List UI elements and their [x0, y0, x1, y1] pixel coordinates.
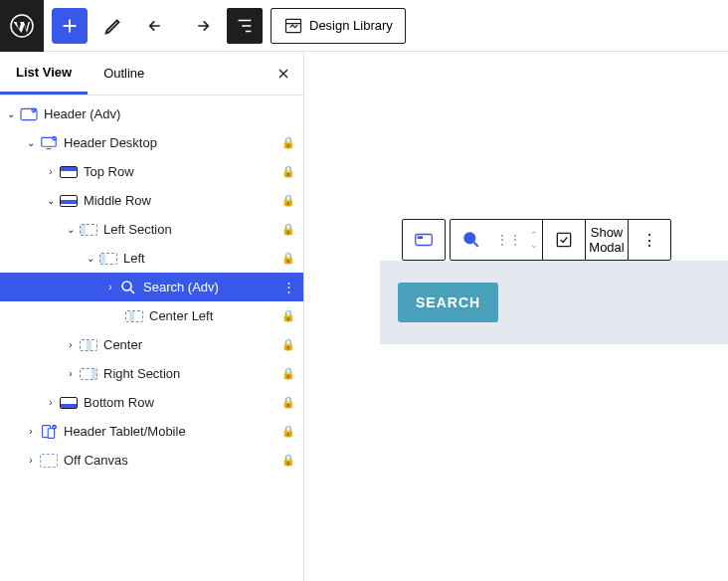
svg-rect-10 [416, 235, 433, 246]
tree-item-off-canvas[interactable]: Off Canvas 🔒 [0, 446, 303, 475]
row-middle-icon [58, 192, 80, 210]
header-preview-block: SEARCH [380, 261, 728, 344]
desktop-icon [38, 134, 60, 152]
svg-point-6 [122, 282, 131, 290]
section-left-icon [97, 250, 119, 268]
add-block-button[interactable] [52, 8, 88, 44]
tablet-mobile-icon [38, 423, 60, 441]
chevron-down-icon[interactable] [24, 137, 38, 148]
svg-point-12 [464, 233, 474, 243]
tree-item-label: Off Canvas [64, 453, 281, 468]
tree-item-header-tablet-mobile[interactable]: Header Tablet/Mobile 🔒 [0, 417, 303, 446]
search-block-icon-button[interactable] [451, 220, 492, 260]
chevron-down-icon[interactable] [44, 195, 58, 206]
chevron-right-icon[interactable] [24, 426, 38, 437]
block-toolbar: ⋮⋮ ⌃ ⌄ Show Modal ⋮ [450, 219, 671, 261]
tree-item-search[interactable]: Search (Adv) ⋮ [0, 273, 303, 301]
search-button[interactable]: SEARCH [398, 283, 498, 322]
tab-list-view[interactable]: List View [0, 52, 88, 95]
tab-outline[interactable]: Outline [88, 52, 160, 95]
svg-rect-13 [557, 233, 570, 246]
undo-button[interactable] [139, 8, 175, 44]
tree-item-label: Right Section [103, 366, 281, 381]
chevron-down-icon[interactable] [4, 108, 18, 119]
tree-item-right-section[interactable]: Right Section 🔒 [0, 359, 303, 388]
tree-item-top-row[interactable]: Top Row 🔒 [0, 157, 303, 186]
sidebar: List View Outline Header (Adv) Header De… [0, 52, 304, 581]
list-view-toggle-button[interactable] [227, 8, 263, 44]
chevron-right-icon[interactable] [44, 166, 58, 177]
tree-item-label: Bottom Row [84, 395, 281, 410]
lock-icon: 🔒 [281, 367, 295, 380]
tree-item-middle-row[interactable]: Middle Row 🔒 [0, 186, 303, 215]
lock-icon: 🔒 [281, 136, 295, 149]
lock-icon: 🔒 [281, 396, 295, 409]
header-block-icon [18, 105, 40, 123]
drag-handle-icon[interactable]: ⋮⋮ [492, 233, 526, 247]
design-library-button[interactable]: Design Library [271, 8, 406, 44]
lock-icon: 🔒 [281, 425, 295, 438]
tree-item-center-left[interactable]: Center Left 🔒 [0, 301, 303, 330]
chevron-down-icon[interactable] [64, 224, 78, 235]
section-left-icon [78, 221, 99, 239]
chevron-down-icon[interactable] [84, 253, 97, 264]
lock-icon: 🔒 [281, 252, 295, 265]
lock-icon: 🔒 [281, 338, 295, 351]
more-options-icon[interactable]: ⋮ [282, 280, 295, 294]
parent-block-button[interactable] [543, 220, 585, 260]
lock-icon: 🔒 [281, 223, 295, 236]
svg-rect-11 [418, 236, 424, 239]
tree-item-label: Header Tablet/Mobile [64, 424, 281, 439]
tree-item-label: Center Left [149, 308, 281, 323]
move-up-button[interactable]: ⌃ [530, 230, 538, 240]
tree-item-label: Header Desktop [64, 135, 281, 150]
tree-item-left[interactable]: Left 🔒 [0, 244, 303, 273]
redo-button[interactable] [183, 8, 219, 44]
row-top-icon [58, 163, 80, 181]
tree-item-header-desktop[interactable]: Header Desktop 🔒 [0, 128, 303, 157]
chevron-right-icon[interactable] [64, 339, 78, 350]
block-tree: Header (Adv) Header Desktop 🔒 Top Row 🔒 … [0, 96, 303, 475]
lock-icon: 🔒 [281, 165, 295, 178]
tree-item-label: Left [123, 251, 281, 266]
move-down-button[interactable]: ⌄ [530, 240, 538, 250]
tree-item-left-section[interactable]: Left Section 🔒 [0, 215, 303, 244]
chevron-right-icon[interactable] [64, 368, 78, 379]
tree-item-header[interactable]: Header (Adv) [0, 99, 303, 128]
block-type-indicator[interactable] [402, 219, 446, 261]
design-library-label: Design Library [309, 18, 393, 33]
tree-item-label: Top Row [84, 164, 281, 179]
chevron-right-icon[interactable] [24, 455, 38, 466]
tree-item-label: Header (Adv) [44, 106, 295, 121]
section-center-icon [78, 336, 99, 354]
editor-canvas: ⋮⋮ ⌃ ⌄ Show Modal ⋮ [304, 52, 728, 581]
row-bottom-icon [58, 394, 80, 412]
search-icon [117, 279, 139, 296]
section-centerleft-icon [123, 307, 145, 325]
off-canvas-icon [38, 452, 60, 470]
lock-icon: 🔒 [281, 454, 295, 467]
chevron-right-icon[interactable] [44, 397, 58, 408]
block-type-button[interactable] [403, 220, 445, 260]
tree-item-label: Search (Adv) [143, 280, 282, 294]
close-panel-button[interactable] [273, 64, 293, 84]
tree-item-label: Left Section [103, 222, 281, 237]
block-options-button[interactable]: ⋮ [629, 220, 670, 260]
edit-button[interactable] [95, 8, 131, 44]
tree-item-bottom-row[interactable]: Bottom Row 🔒 [0, 388, 303, 417]
wordpress-logo[interactable] [0, 0, 44, 52]
lock-icon: 🔒 [281, 194, 295, 207]
lock-icon: 🔒 [281, 309, 295, 322]
chevron-right-icon[interactable] [103, 282, 117, 292]
tree-item-label: Center [103, 337, 281, 352]
show-modal-button[interactable]: Show Modal [586, 220, 628, 260]
tree-item-label: Middle Row [84, 193, 281, 208]
section-right-icon [78, 365, 99, 383]
tree-item-center[interactable]: Center 🔒 [0, 330, 303, 359]
svg-rect-8 [48, 428, 54, 438]
